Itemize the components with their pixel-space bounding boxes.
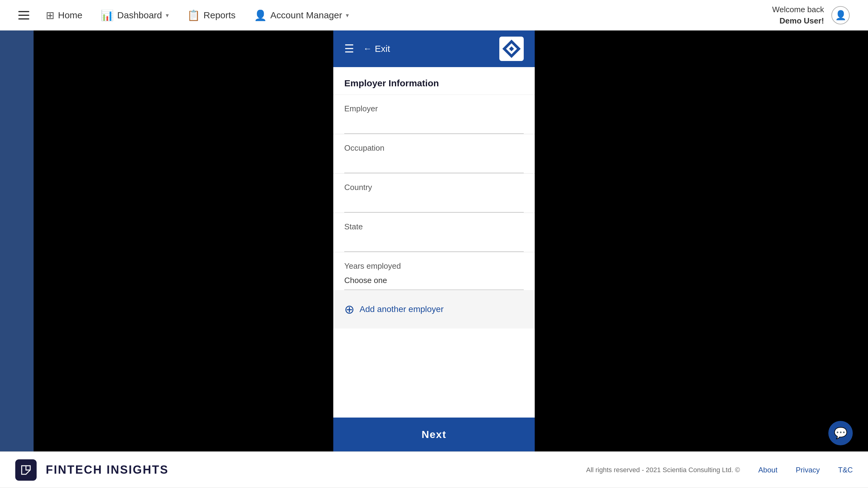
nav-items: ⊞ Home 📊 Dashboard ▾ 📋 Reports 👤 Account… bbox=[46, 9, 772, 21]
nav-right: Welcome back Demo User! 👤 bbox=[772, 4, 850, 26]
welcome-text: Welcome back Demo User! bbox=[772, 4, 824, 26]
reports-label: Reports bbox=[204, 10, 236, 21]
chat-bubble[interactable]: 💬 bbox=[828, 421, 853, 445]
chase-logo bbox=[499, 37, 524, 61]
about-link[interactable]: About bbox=[758, 466, 778, 474]
privacy-link[interactable]: Privacy bbox=[796, 466, 820, 474]
add-employer-section[interactable]: ⊕ Add another employer bbox=[333, 290, 535, 328]
dashboard-icon: 📊 bbox=[101, 9, 114, 21]
exit-button[interactable]: ← Exit bbox=[363, 44, 390, 54]
years-employed-section: Years employed Choose one bbox=[333, 252, 535, 290]
employer-field: Employer bbox=[333, 95, 535, 134]
state-label: State bbox=[344, 222, 524, 231]
modal-body: Employer Information Employer Occupation… bbox=[333, 67, 535, 418]
brand-bar: FINTECH INSIGHTS All rights reserved - 2… bbox=[0, 451, 868, 488]
modal-header: ☰ ← Exit bbox=[333, 31, 535, 67]
reports-icon: 📋 bbox=[187, 9, 200, 21]
country-input[interactable] bbox=[344, 195, 524, 213]
dashboard-arrow-icon: ▾ bbox=[166, 11, 169, 19]
add-employer-icon: ⊕ bbox=[344, 302, 355, 316]
home-label: Home bbox=[58, 10, 83, 21]
tandc-link[interactable]: T&C bbox=[838, 466, 853, 474]
hamburger-menu[interactable] bbox=[18, 8, 34, 23]
modal-menu-icon[interactable]: ☰ bbox=[344, 42, 354, 55]
dashboard-label: Dashboard bbox=[117, 10, 162, 21]
modal-panel: ☰ ← Exit Employer Information Employer O… bbox=[333, 31, 535, 451]
nav-reports[interactable]: 📋 Reports bbox=[187, 9, 236, 21]
employer-label: Employer bbox=[344, 104, 524, 113]
left-sidebar bbox=[0, 31, 34, 488]
account-manager-label: Account Manager bbox=[271, 10, 342, 21]
section-title: Employer Information bbox=[333, 67, 535, 95]
nav-account-manager[interactable]: 👤 Account Manager ▾ bbox=[254, 9, 349, 21]
copyright-text: All rights reserved - 2021 Scientia Cons… bbox=[586, 466, 740, 474]
exit-arrow-icon: ← bbox=[363, 44, 372, 54]
occupation-label: Occupation bbox=[344, 143, 524, 153]
account-manager-arrow-icon: ▾ bbox=[346, 11, 349, 19]
account-manager-icon: 👤 bbox=[254, 9, 267, 21]
brand-name: FINTECH INSIGHTS bbox=[46, 463, 169, 477]
avatar[interactable]: 👤 bbox=[831, 6, 850, 24]
country-field: Country bbox=[333, 173, 535, 213]
next-button[interactable]: Next bbox=[333, 418, 535, 451]
state-field: State bbox=[333, 213, 535, 252]
chat-icon: 💬 bbox=[834, 427, 847, 440]
occupation-field: Occupation bbox=[333, 134, 535, 173]
state-input[interactable] bbox=[344, 234, 524, 252]
years-employed-dropdown[interactable]: Choose one bbox=[344, 276, 524, 290]
navbar: ⊞ Home 📊 Dashboard ▾ 📋 Reports 👤 Account… bbox=[0, 0, 868, 31]
nav-dashboard[interactable]: 📊 Dashboard ▾ bbox=[101, 9, 169, 21]
years-employed-label: Years employed bbox=[344, 261, 524, 271]
home-icon: ⊞ bbox=[46, 9, 54, 21]
add-employer-label: Add another employer bbox=[360, 304, 444, 314]
employer-input[interactable] bbox=[344, 117, 524, 134]
occupation-input[interactable] bbox=[344, 156, 524, 173]
country-label: Country bbox=[344, 183, 524, 192]
brand-icon bbox=[15, 459, 37, 481]
exit-label: Exit bbox=[375, 44, 390, 54]
nav-home[interactable]: ⊞ Home bbox=[46, 9, 83, 21]
